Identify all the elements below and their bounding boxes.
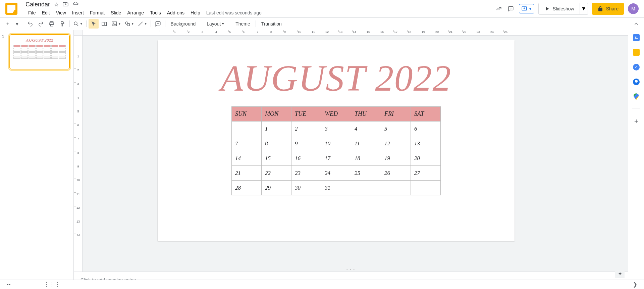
canvas-area[interactable]: 1234567891011121314151617181920212223242… [74, 30, 628, 272]
textbox-tool[interactable] [99, 19, 109, 29]
background-button[interactable]: Background [167, 19, 199, 29]
comment-tool[interactable] [153, 19, 163, 29]
svg-rect-11 [112, 22, 117, 26]
cal-header-cell[interactable]: THU [351, 107, 381, 122]
calendar-sidepanel-icon[interactable] [633, 34, 640, 41]
cal-cell[interactable]: 31 [321, 181, 351, 195]
cal-cell[interactable] [411, 181, 441, 195]
doc-title[interactable]: Calendar [25, 1, 50, 8]
cal-cell[interactable]: 19 [381, 151, 411, 166]
menu-arrange[interactable]: Arrange [124, 9, 147, 17]
slides-logo[interactable] [5, 3, 17, 15]
menu-edit[interactable]: Edit [39, 9, 53, 17]
cal-cell[interactable]: 20 [411, 151, 441, 166]
cal-cell[interactable]: 13 [411, 136, 441, 151]
cal-cell[interactable]: 2 [291, 122, 321, 136]
layout-button[interactable]: Layout ▼ [203, 19, 228, 29]
cal-cell[interactable]: 26 [381, 166, 411, 181]
cal-cell[interactable]: 28 [232, 181, 262, 195]
cal-cell[interactable]: 7 [232, 136, 262, 151]
cal-cell[interactable]: 8 [262, 136, 291, 151]
cal-header-cell[interactable]: MON [262, 107, 291, 122]
new-slide-button[interactable]: ＋ [3, 19, 13, 29]
undo-button[interactable] [25, 19, 35, 29]
cal-cell[interactable]: 14 [232, 151, 262, 166]
cal-cell[interactable]: 11 [351, 136, 381, 151]
slideshow-dropdown[interactable]: ▼ [580, 3, 588, 15]
cal-cell[interactable]: 6 [411, 122, 441, 136]
cal-cell[interactable] [232, 122, 262, 136]
slideshow-button[interactable]: Slideshow [538, 3, 580, 15]
cal-cell[interactable]: 10 [321, 136, 351, 151]
cal-cell[interactable]: 30 [291, 181, 321, 195]
move-icon[interactable] [63, 1, 69, 8]
cal-cell[interactable]: 16 [291, 151, 321, 166]
last-edit-link[interactable]: Last edit was seconds ago [204, 9, 264, 17]
cal-cell[interactable]: 17 [321, 151, 351, 166]
redo-button[interactable] [36, 19, 46, 29]
cal-cell[interactable]: 22 [262, 166, 291, 181]
share-button[interactable]: Share [592, 3, 624, 15]
cal-cell[interactable] [381, 181, 411, 195]
contacts-sidepanel-icon[interactable] [633, 79, 640, 85]
menu-view[interactable]: View [53, 9, 69, 17]
print-button[interactable] [47, 19, 57, 29]
zoom-button[interactable]: ▼ [72, 19, 84, 29]
paint-format-button[interactable] [57, 19, 67, 29]
cal-cell[interactable]: 27 [411, 166, 441, 181]
cal-cell[interactable]: 25 [351, 166, 381, 181]
slide-thumbnail-1[interactable]: AUGUST 2022 [9, 34, 70, 69]
menu-tools[interactable]: Tools [147, 9, 164, 17]
cal-cell[interactable]: 9 [291, 136, 321, 151]
new-slide-dropdown[interactable]: ▼ [13, 19, 21, 29]
avatar[interactable]: M [628, 3, 639, 14]
menu-slide[interactable]: Slide [108, 9, 124, 17]
activity-icon[interactable] [495, 5, 503, 13]
theme-button[interactable]: Theme [232, 19, 254, 29]
cal-cell[interactable]: 12 [381, 136, 411, 151]
menu-addons[interactable]: Add-ons [164, 9, 187, 17]
cal-cell[interactable]: 23 [291, 166, 321, 181]
cal-header-cell[interactable]: SAT [411, 107, 441, 122]
menu-help[interactable]: Help [188, 9, 203, 17]
cal-cell[interactable]: 15 [262, 151, 291, 166]
explore-button[interactable]: ✦ [615, 269, 625, 278]
comments-icon[interactable] [507, 5, 515, 13]
menu-format[interactable]: Format [87, 9, 107, 17]
cal-cell[interactable]: 21 [232, 166, 262, 181]
side-panel-toggle[interactable]: ❯ [633, 281, 637, 288]
cal-cell[interactable]: 29 [262, 181, 291, 195]
calendar-table[interactable]: SUNMONTUEWEDTHUFRISAT 123456789101112131… [231, 106, 441, 195]
menu-insert[interactable]: Insert [69, 9, 87, 17]
cal-cell[interactable]: 5 [381, 122, 411, 136]
cloud-icon[interactable] [73, 1, 79, 8]
cal-cell[interactable]: 24 [321, 166, 351, 181]
select-tool[interactable] [89, 19, 99, 29]
present-upload[interactable]: ▼ [519, 4, 534, 13]
cal-header-cell[interactable]: TUE [291, 107, 321, 122]
star-icon[interactable]: ☆ [54, 1, 59, 8]
cal-header-cell[interactable]: SUN [232, 107, 262, 122]
cal-cell[interactable]: 18 [351, 151, 381, 166]
cal-cell[interactable]: 3 [321, 122, 351, 136]
cal-header-cell[interactable]: WED [321, 107, 351, 122]
maps-sidepanel-icon[interactable] [634, 93, 639, 100]
slide-canvas[interactable]: AUGUST 2022 SUNMONTUEWEDTHUFRISAT 123456… [158, 40, 515, 241]
collapse-toolbar[interactable] [631, 19, 641, 29]
menu-file[interactable]: File [25, 9, 39, 17]
cal-cell[interactable]: 4 [351, 122, 381, 136]
cal-cell[interactable] [351, 181, 381, 195]
grid-view-icon[interactable]: ▪▪ [7, 282, 10, 288]
tasks-sidepanel-icon[interactable] [633, 64, 640, 70]
line-tool[interactable]: ▼ [136, 19, 149, 29]
shape-tool[interactable]: ▼ [123, 19, 136, 29]
image-tool[interactable]: ▼ [110, 19, 122, 29]
filmstrip-view-icon[interactable]: ⋮⋮⋮ [44, 281, 60, 288]
slide-title[interactable]: AUGUST 2022 [158, 57, 515, 100]
cal-header-cell[interactable]: FRI [381, 107, 411, 122]
transition-button[interactable]: Transition [258, 19, 285, 29]
addons-plus-icon[interactable]: ＋ [633, 116, 640, 126]
drag-handle[interactable]: • • • [346, 268, 355, 272]
cal-cell[interactable]: 1 [262, 122, 291, 136]
keep-sidepanel-icon[interactable] [633, 49, 640, 56]
